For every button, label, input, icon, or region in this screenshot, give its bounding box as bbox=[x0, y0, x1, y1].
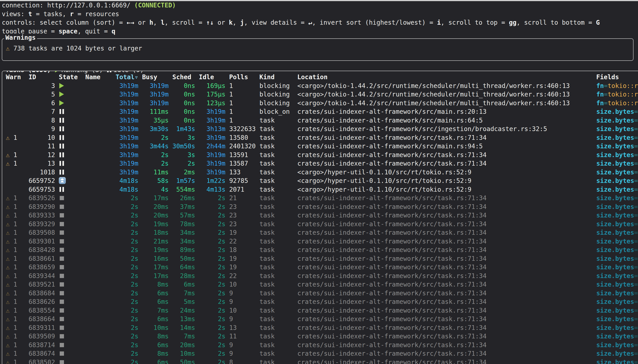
table-row[interactable]: ⚠ 1 6839333 2s 20ms 57ms 2s 23 task crat… bbox=[6, 211, 638, 220]
table-row[interactable]: 8 3h19m 35µs 0ns 3h19m 1 task crates/sui… bbox=[6, 116, 638, 125]
table-row[interactable]: ⚠ 1 6839311 2s 10ms 14ms 2s 13 task crat… bbox=[6, 324, 638, 332]
column-header-busy[interactable]: Busy bbox=[142, 74, 168, 81]
pause-icon bbox=[59, 108, 66, 114]
table-row[interactable]: ⚠ 1 6838428 2s 19ms 89ms 2s 18 task crat… bbox=[6, 246, 638, 254]
connection-line: connection: http://127.0.0.1:6669/ (CONN… bbox=[0, 1, 638, 10]
table-row[interactable]: 7 3h19m 111ms 0ns 3h19m 1 block_on crate… bbox=[6, 108, 638, 116]
table-body: 3 3h19m 3h19m 0ns 169µs 1 blocking <carg… bbox=[6, 82, 638, 364]
table-row[interactable]: ⚠ 1 12 3h19m 2s 3s 3h19m 13591 task crat… bbox=[6, 151, 638, 160]
table-row[interactable]: 6659752 4m18s 58s 1m57s 1m22s 92785 task… bbox=[6, 176, 638, 185]
column-header-warn[interactable]: Warn bbox=[6, 74, 25, 81]
stopped-icon bbox=[59, 308, 66, 313]
table-row[interactable]: ⚠ 1 6838714 2s 6ms 20ms 2s 9 task crates… bbox=[6, 341, 638, 350]
woken-icon bbox=[59, 178, 66, 184]
connection-status: (CONNECTED) bbox=[134, 2, 176, 9]
stopped-icon bbox=[59, 333, 66, 339]
table-row[interactable]: ⚠ 1 10 3h19m 2s 3s 3h19m 13580 task crat… bbox=[6, 134, 638, 142]
column-header-kind[interactable]: Kind bbox=[260, 74, 294, 81]
table-row[interactable]: ⚠ 1 6839508 2s 18ms 34ms 2s 19 task crat… bbox=[6, 228, 638, 237]
column-header-idle[interactable]: Idle bbox=[199, 74, 226, 81]
table-row[interactable]: ⚠ 1 6839521 2s 8ms 6ms 2s 10 task crates… bbox=[6, 280, 638, 289]
table-row[interactable]: ⚠ 1 6838684 2s 6ms 7ms 2s 9 task crates/… bbox=[6, 289, 638, 298]
column-header-id[interactable]: ID bbox=[28, 74, 55, 81]
table-row[interactable]: ⚠ 1 6838626 2s 6ms 5ms 2s 9 task crates/… bbox=[6, 298, 638, 306]
table-row[interactable]: 3 3h19m 3h19m 0ns 169µs 1 blocking <carg… bbox=[6, 82, 638, 90]
stopped-icon bbox=[59, 290, 66, 296]
table-row[interactable]: ⚠ 1 6839290 2s 20ms 37ms 2s 23 task crat… bbox=[6, 203, 638, 212]
stopped-icon bbox=[59, 359, 66, 364]
pause-icon bbox=[59, 135, 66, 140]
warning-icon: ⚠ bbox=[6, 45, 10, 52]
warnings-panel: Warnings ⚠ 738 tasks are 1024 bytes or l… bbox=[2, 38, 634, 61]
column-header-fields[interactable]: Fields bbox=[596, 74, 638, 81]
connection-label: connection: bbox=[2, 2, 47, 9]
idle-pause-icon bbox=[107, 71, 113, 73]
table-row[interactable]: ⚠ 1 6838664 2s 6ms 13ms 2s 9 task crates… bbox=[6, 315, 638, 324]
play-icon bbox=[59, 83, 66, 89]
stopped-icon bbox=[59, 247, 66, 253]
pause-icon bbox=[59, 143, 66, 149]
tokio-console-screen: connection: http://127.0.0.1:6669/ (CONN… bbox=[0, 1, 638, 364]
stopped-icon bbox=[59, 264, 66, 270]
table-row[interactable]: ⚠ 1 6839344 2s 17ms 28ms 2s 22 task crat… bbox=[6, 272, 638, 280]
stopped-icon bbox=[59, 299, 66, 304]
table-row[interactable]: ⚠ 1 6839329 2s 19ms 78ms 2s 23 task crat… bbox=[6, 220, 638, 229]
controls-help-line: controls: select column (sort) = ←→ or h… bbox=[0, 18, 638, 27]
table-row[interactable]: ⚠ 1 6839509 2s 8ms 7ms 2s 11 task crates… bbox=[6, 332, 638, 341]
idle-count: Idle (9) bbox=[113, 71, 144, 74]
table-row[interactable]: 9 3h19m 3m30s 1m43s 3h13m 3322633 task c… bbox=[6, 125, 638, 134]
table-row[interactable]: ⚠ 1 6838554 2s 7ms 24ms 2s 10 task crate… bbox=[6, 306, 638, 315]
warnings-panel-title: Warnings bbox=[4, 34, 37, 42]
play-icon bbox=[59, 100, 66, 106]
column-header-sched[interactable]: Sched bbox=[172, 74, 195, 81]
column-header-polls[interactable]: Polls bbox=[229, 74, 256, 81]
column-header-state[interactable]: State bbox=[59, 74, 82, 81]
stopped-icon bbox=[59, 350, 66, 356]
table-row[interactable]: 5 3h19m 3h19m 0ns 175µs 1 blocking <carg… bbox=[6, 90, 638, 99]
stopped-icon bbox=[59, 282, 66, 287]
table-row[interactable]: ⚠ 1 6839301 2s 21ms 34ms 2s 22 task crat… bbox=[6, 237, 638, 246]
table-row[interactable]: 6659753 4m18s 4s 554ms 4m13s 2071 task <… bbox=[6, 185, 638, 194]
pause-icon bbox=[59, 126, 66, 132]
play-icon bbox=[59, 91, 66, 97]
stopped-icon bbox=[59, 230, 66, 236]
pause-icon bbox=[59, 160, 66, 166]
toggle-help-line: toggle pause = space, quit = q bbox=[0, 27, 638, 36]
stopped-icon bbox=[59, 238, 66, 244]
stopped-icon bbox=[59, 256, 66, 262]
table-row[interactable]: ⚠ 1 6839526 2s 17ms 26ms 2s 21 task crat… bbox=[6, 194, 638, 203]
stopped-icon bbox=[59, 204, 66, 210]
table-row[interactable]: ⚠ 1 13 3h19m 2s 2s 3h19m 13587 task crat… bbox=[6, 159, 638, 168]
warning-text: 738 tasks are 1024 bytes or larger bbox=[10, 45, 142, 52]
stopped-icon bbox=[59, 316, 66, 322]
column-header-location[interactable]: Location bbox=[297, 74, 592, 81]
tasks-panel: Tasks (2056) Running (3) Idle (9) Warn I… bbox=[2, 71, 638, 364]
connection-url: http://127.0.0.1:6669/ bbox=[47, 2, 134, 9]
pause-icon bbox=[59, 169, 66, 175]
table-row[interactable]: 1018 3h19m 11ms 2ms 3h19m 133 task <carg… bbox=[6, 168, 638, 177]
pause-icon bbox=[59, 117, 66, 123]
table-row[interactable]: ⚠ 1 6838502 2s 6ms 50ms 2s 8 task crates… bbox=[6, 358, 638, 364]
warning-item: ⚠ 738 tasks are 1024 bytes or larger bbox=[2, 39, 633, 53]
running-count: Running (3) bbox=[61, 71, 103, 74]
running-play-icon bbox=[54, 71, 61, 73]
stopped-icon bbox=[59, 273, 66, 279]
tasks-table: Warn ID State Name Total▿ Busy Sched Idl… bbox=[2, 71, 638, 364]
table-row[interactable]: ⚠ 1 6838674 2s 8ms 10ms 2s 9 task crates… bbox=[6, 350, 638, 358]
table-row[interactable]: 6 3h19m 3h19m 0ns 123µs 1 blocking <carg… bbox=[6, 99, 638, 108]
column-header-name[interactable]: Name bbox=[85, 74, 112, 81]
table-row[interactable]: ⚠ 1 6838659 2s 17ms 64ms 2s 19 task crat… bbox=[6, 263, 638, 272]
tasks-panel-title: Tasks (2056) Running (3) Idle (9) bbox=[4, 71, 145, 74]
stopped-icon bbox=[59, 342, 66, 348]
stopped-icon bbox=[59, 325, 66, 330]
stopped-icon bbox=[59, 221, 66, 227]
views-help-line: views: t = tasks, r = resources bbox=[0, 10, 638, 19]
table-row[interactable]: ⚠ 1 6838661 2s 16ms 50ms 2s 19 task crat… bbox=[6, 254, 638, 263]
pause-icon bbox=[59, 152, 66, 158]
stopped-icon bbox=[59, 195, 66, 201]
table-row[interactable]: 11 3h19m 3m44s 30m50s 2h44m 2401320 task… bbox=[6, 142, 638, 151]
stopped-icon bbox=[59, 212, 66, 218]
pause-icon bbox=[59, 186, 66, 192]
tasks-tab[interactable]: Tasks (2056) bbox=[6, 71, 51, 74]
column-header-total[interactable]: Total▿ bbox=[116, 74, 138, 81]
